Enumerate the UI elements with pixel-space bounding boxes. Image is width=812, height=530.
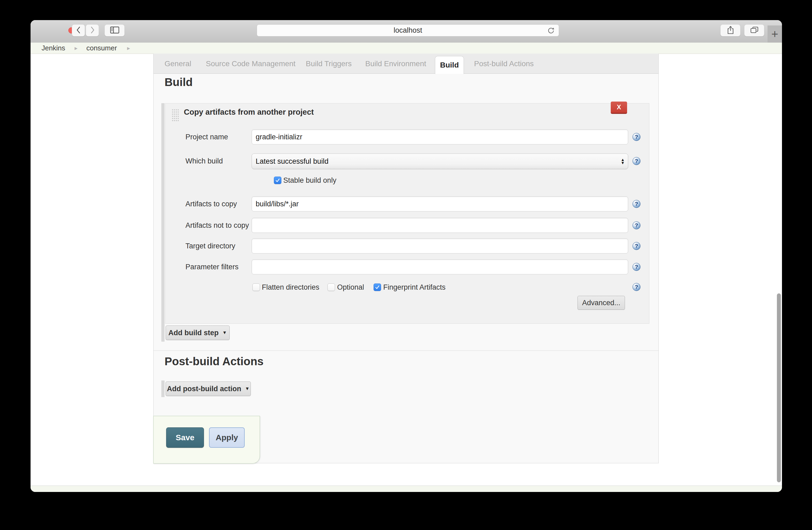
tab-build[interactable]: Build (435, 56, 464, 74)
parameter-filters-input[interactable] (252, 260, 628, 274)
build-section-heading: Build (164, 76, 193, 89)
artifacts-not-to-copy-label: Artifacts not to copy (186, 221, 249, 230)
url-text: localhost (394, 26, 422, 34)
flatten-directories-checkbox[interactable] (252, 283, 260, 291)
page-footer (31, 486, 782, 492)
page-scrollbar[interactable] (777, 293, 781, 482)
parameter-filters-label: Parameter filters (186, 263, 238, 271)
url-bar[interactable]: localhost (257, 24, 559, 36)
fingerprint-artifacts-label: Fingerprint Artifacts (383, 283, 446, 291)
forward-button[interactable] (86, 24, 99, 36)
help-icon[interactable]: ? (633, 157, 640, 165)
help-icon[interactable]: ? (633, 242, 640, 250)
target-directory-input[interactable] (252, 238, 628, 253)
artifacts-to-copy-input[interactable] (252, 196, 628, 211)
sidebar-toggle-button[interactable] (104, 24, 125, 36)
tab-post-build-actions[interactable]: Post-build Actions (474, 54, 534, 74)
save-button[interactable]: Save (166, 427, 204, 448)
fingerprint-artifacts-checkbox[interactable] (374, 283, 381, 291)
help-icon[interactable]: ? (633, 263, 640, 271)
tabs-icon (750, 27, 758, 34)
check-icon (275, 178, 280, 183)
which-build-select[interactable]: Latest successful build ▲▼ (252, 153, 628, 169)
sidebar-icon (110, 26, 119, 35)
add-post-build-action-button[interactable]: Add post-build action ▼ (165, 382, 251, 396)
breadcrumb: Jenkins ▸ consumer ▸ (31, 43, 782, 54)
save-panel: Save Apply (153, 416, 260, 463)
config-tab-bar: General Source Code Management Build Tri… (154, 54, 658, 74)
build-step-copy-artifacts: Copy artifacts from another project X Pr… (165, 103, 649, 324)
chevron-right-icon: ▸ (127, 45, 130, 52)
stable-build-only-label: Stable build only (283, 176, 336, 185)
drag-handle-icon[interactable] (172, 109, 179, 123)
optional-checkbox[interactable] (328, 283, 335, 291)
chevron-down-icon: ▼ (245, 386, 249, 392)
post-build-drag-bar[interactable] (161, 381, 164, 397)
artifacts-to-copy-label: Artifacts to copy (186, 200, 237, 208)
apply-button[interactable]: Apply (209, 427, 245, 448)
tab-build-triggers[interactable]: Build Triggers (306, 54, 352, 74)
add-build-step-button[interactable]: Add build step ▼ (165, 326, 230, 340)
tab-general[interactable]: General (164, 54, 191, 74)
build-step-drag-bar[interactable] (161, 103, 164, 342)
back-button[interactable] (72, 24, 85, 36)
job-config-panel: General Source Code Management Build Tri… (153, 54, 659, 463)
tab-overview-button[interactable] (744, 24, 764, 36)
refresh-icon[interactable] (547, 27, 555, 37)
which-build-selected-option: Latest successful build (256, 157, 329, 166)
help-icon[interactable]: ? (633, 133, 640, 141)
tab-build-environment[interactable]: Build Environment (365, 54, 426, 74)
share-button[interactable] (720, 24, 740, 36)
optional-label: Optional (337, 283, 364, 291)
delete-build-step-button[interactable]: X (611, 102, 627, 114)
build-step-title: Copy artifacts from another project (184, 108, 314, 117)
chevron-down-icon: ▼ (222, 330, 227, 336)
browser-window: localhost (31, 20, 782, 492)
help-icon[interactable]: ? (633, 221, 640, 230)
breadcrumb-item-jenkins[interactable]: Jenkins (42, 44, 65, 52)
tab-source-code-management[interactable]: Source Code Management (206, 54, 295, 74)
project-name-label: Project name (186, 133, 228, 141)
stable-build-only-checkbox[interactable] (274, 177, 281, 184)
forward-icon (89, 26, 96, 35)
chevron-right-icon: ▸ (74, 45, 77, 52)
project-name-input[interactable] (252, 129, 628, 144)
artifacts-not-to-copy-input[interactable] (252, 218, 628, 233)
back-icon (76, 26, 82, 35)
new-tab-button[interactable]: + (768, 26, 782, 43)
select-stepper-icon: ▲▼ (621, 158, 625, 164)
plus-icon: + (771, 27, 778, 41)
advanced-button[interactable]: Advanced... (578, 296, 625, 310)
flatten-directories-label: Flatten directories (262, 283, 319, 291)
browser-toolbar: localhost (31, 20, 782, 43)
check-icon (375, 284, 380, 290)
target-directory-label: Target directory (186, 242, 235, 250)
help-icon[interactable]: ? (633, 200, 640, 208)
close-icon: X (617, 103, 621, 111)
breadcrumb-item-consumer[interactable]: consumer (86, 44, 117, 52)
post-build-actions-heading: Post-build Actions (164, 355, 263, 368)
share-icon (727, 26, 734, 35)
help-icon[interactable]: ? (633, 283, 640, 291)
which-build-label: Which build (186, 157, 223, 165)
